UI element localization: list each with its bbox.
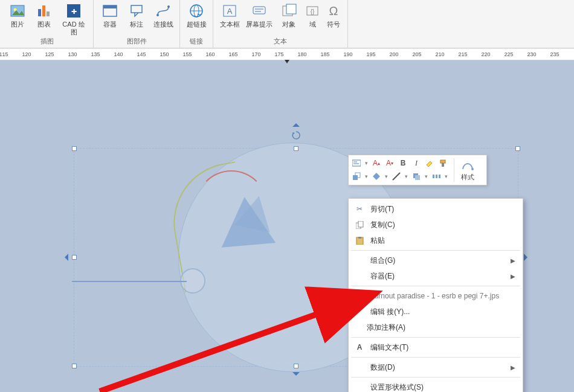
insert-cad-button[interactable]: ✚ CAD 绘图 xyxy=(59,1,88,36)
svg-rect-21 xyxy=(286,4,296,14)
menu-add-note[interactable]: 添加注释(A) xyxy=(349,320,523,335)
menu-format-shape[interactable]: 设置形状格式(S) xyxy=(349,379,523,392)
svg-text:✚: ✚ xyxy=(71,8,77,15)
label: 编辑 接(Y)... xyxy=(370,307,410,317)
svg-point-10 xyxy=(156,14,159,16)
chevron-right-icon: ▶ xyxy=(511,364,515,371)
svg-rect-28 xyxy=(442,163,444,167)
format-painter-icon[interactable] xyxy=(438,158,448,168)
style-icon xyxy=(460,158,475,173)
svg-rect-36 xyxy=(439,175,440,178)
insert-picture-button[interactable]: 图片 xyxy=(6,1,29,28)
label: 图片 xyxy=(11,21,24,28)
align-icon[interactable] xyxy=(352,158,361,168)
ribbon-group-illustrations: 图片 图表 ✚ CAD 绘图 插图 xyxy=(1,0,94,48)
ribbon-group-links: 超链接 链接 xyxy=(180,0,213,48)
menu-data[interactable]: 数据(D)▶ xyxy=(349,359,523,375)
connect-arrow-left-icon[interactable] xyxy=(61,254,68,261)
style-gallery-button[interactable]: 样式 xyxy=(460,158,475,182)
resize-handle-sw[interactable] xyxy=(72,364,77,368)
menu-cut[interactable]: ✂剪切(T) xyxy=(349,201,523,217)
distribute-icon[interactable] xyxy=(431,172,441,181)
font-grow-icon[interactable]: A▴ xyxy=(372,158,381,168)
label: 屏幕提示 xyxy=(246,21,272,28)
resize-handle-ne[interactable] xyxy=(515,146,520,151)
callout-button[interactable]: 标注 xyxy=(125,1,148,28)
svg-rect-4 xyxy=(47,11,50,16)
resize-handle-w[interactable] xyxy=(72,255,77,260)
resize-handle-s[interactable] xyxy=(294,364,298,368)
svg-line-31 xyxy=(393,173,400,180)
ribbon: 图片 图表 ✚ CAD 绘图 插图 容器 标注 连 xyxy=(0,0,574,48)
fill-icon[interactable] xyxy=(372,172,381,181)
link-icon xyxy=(353,292,366,300)
connect-arrow-right-icon[interactable] xyxy=(524,254,531,261)
menu-edit-link[interactable]: 编辑 接(Y)... xyxy=(349,304,523,320)
insert-chart-button[interactable]: 图表 xyxy=(33,1,56,28)
label: 数据(D) xyxy=(370,362,395,373)
rotate-handle[interactable] xyxy=(291,130,301,140)
container-button[interactable]: 容器 xyxy=(98,1,121,28)
picture-icon xyxy=(9,2,26,19)
symbol-icon: Ω xyxy=(325,2,342,19)
svg-point-11 xyxy=(167,5,170,8)
svg-rect-34 xyxy=(433,175,434,178)
label: 符号 xyxy=(327,21,340,28)
font-shrink-icon[interactable]: A▾ xyxy=(385,158,395,168)
svg-rect-8 xyxy=(103,5,117,8)
group-label: 插图 xyxy=(40,37,54,47)
field-icon: {} xyxy=(304,2,321,19)
label: 标注 xyxy=(130,21,143,28)
object-icon xyxy=(280,2,297,19)
chart-icon xyxy=(36,2,53,19)
label: 组合(G) xyxy=(370,255,395,266)
screentip-button[interactable]: 屏幕提示 xyxy=(245,1,274,28)
menu-hyperlink-target[interactable]: burnout paradise - 1 - esrb e pegi 7+.jp… xyxy=(349,288,523,304)
menu-group[interactable]: 组合(G)▶ xyxy=(349,252,523,268)
italic-icon[interactable]: I xyxy=(411,158,421,168)
object-button[interactable]: 对象 xyxy=(277,1,300,28)
svg-rect-33 xyxy=(415,175,420,180)
label: 样式 xyxy=(461,173,474,182)
container-icon xyxy=(102,2,118,19)
label: 设置形状格式(S) xyxy=(370,382,424,393)
text-icon: A xyxy=(353,343,366,352)
connect-arrow-top-icon[interactable] xyxy=(292,120,300,127)
shape-line-left[interactable] xyxy=(72,281,187,282)
ruler-caret-icon xyxy=(285,60,289,63)
menu-paste[interactable]: 粘贴 xyxy=(349,233,523,248)
menu-container[interactable]: 容器(E)▶ xyxy=(349,268,523,284)
paste-icon xyxy=(353,237,366,245)
connector-icon xyxy=(155,2,172,19)
cut-icon: ✂ xyxy=(353,205,366,213)
arrange-icon[interactable] xyxy=(352,172,361,181)
bold-icon[interactable]: B xyxy=(398,158,408,168)
label: 容器 xyxy=(103,21,117,28)
resize-handle-n[interactable] xyxy=(294,146,298,151)
label: 编辑文本(T) xyxy=(370,342,408,353)
label: 超链接 xyxy=(187,21,207,28)
label: burnout paradise - 1 - esrb e pegi 7+.jp… xyxy=(370,292,499,300)
symbol-button[interactable]: Ω 符号 xyxy=(324,1,343,28)
textbox-button[interactable]: A 文本框 xyxy=(218,1,241,28)
connect-arrow-bottom-icon[interactable] xyxy=(292,372,300,379)
effects-icon[interactable] xyxy=(411,172,421,181)
highlight-icon[interactable] xyxy=(425,158,434,168)
line-icon[interactable] xyxy=(392,172,401,181)
menu-edit-text[interactable]: A编辑文本(T) xyxy=(349,339,523,355)
chevron-right-icon: ▶ xyxy=(511,257,515,264)
group-label: 图部件 xyxy=(127,37,147,47)
connector-button[interactable]: 连接线 xyxy=(152,1,175,28)
svg-rect-27 xyxy=(440,160,445,163)
svg-rect-35 xyxy=(436,175,437,178)
field-button[interactable]: {} 域 xyxy=(304,1,321,28)
menu-copy[interactable]: 复制(C) xyxy=(349,217,523,233)
hyperlink-button[interactable]: 超链接 xyxy=(185,1,208,28)
svg-rect-2 xyxy=(38,9,41,16)
group-label: 文本 xyxy=(274,37,287,47)
label: 粘贴 xyxy=(370,236,385,246)
label: 复制(C) xyxy=(370,220,395,230)
resize-handle-nw[interactable] xyxy=(72,146,77,151)
copy-icon xyxy=(353,221,366,229)
svg-text:{}: {} xyxy=(311,8,315,15)
